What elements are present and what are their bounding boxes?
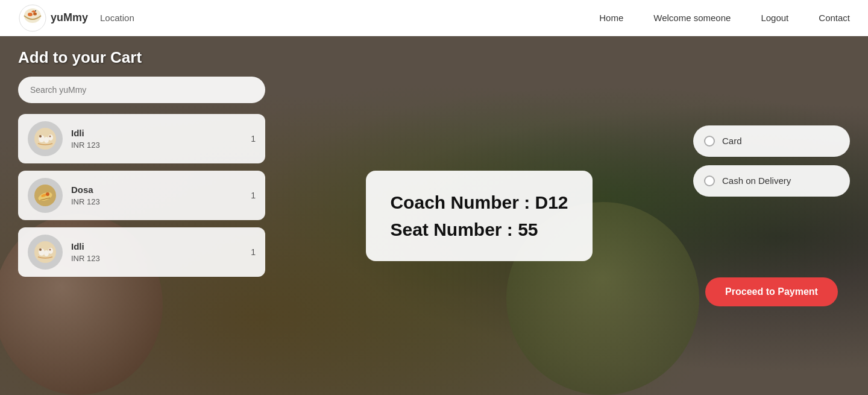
cart-title: Add to your Cart — [18, 48, 265, 67]
svg-point-20 — [49, 249, 51, 251]
cart-item: Idli INR 123 1 — [18, 114, 265, 163]
nav-contact[interactable]: Contact — [819, 13, 850, 23]
svg-point-19 — [39, 248, 42, 251]
item-qty: 1 — [251, 134, 256, 144]
center-panel: Coach Number : D12 Seat Number : 55 — [283, 36, 675, 395]
payment-label-cod: Cash on Delivery — [722, 175, 791, 186]
coach-number: Coach Number : D12 — [390, 189, 568, 216]
item-qty: 1 — [251, 247, 256, 257]
nav-location[interactable]: Location — [100, 13, 134, 23]
svg-point-3 — [33, 12, 37, 15]
radio-cod[interactable] — [704, 175, 715, 186]
left-panel: Add to your Cart Idli INR 123 1 — [0, 36, 283, 395]
svg-point-2 — [28, 13, 33, 16]
item-info: Idli INR 123 — [71, 128, 242, 150]
payment-option-card[interactable]: Card — [693, 125, 850, 157]
item-price: INR 123 — [71, 141, 242, 150]
item-image-idli-2 — [28, 235, 63, 270]
cart-item: Idli INR 123 1 — [18, 227, 265, 277]
item-name: Idli — [71, 128, 242, 138]
item-name: Dosa — [71, 185, 242, 195]
proceed-to-payment-button[interactable]: Proceed to Payment — [705, 277, 838, 306]
cart-item: Dosa INR 123 1 — [18, 171, 265, 220]
nav-logout[interactable]: Logout — [761, 13, 788, 23]
svg-point-8 — [48, 134, 53, 141]
main-content: Add to your Cart Idli INR 123 1 — [0, 36, 868, 395]
svg-point-10 — [49, 136, 51, 137]
item-name: Idli — [71, 241, 242, 251]
right-panel: Card Cash on Delivery Proceed to Payment — [675, 36, 868, 395]
nav-links: Home Welcome someone Logout Contact — [599, 13, 850, 23]
item-info: Idli INR 123 — [71, 241, 242, 263]
svg-point-9 — [39, 135, 42, 137]
item-image-dosa — [28, 178, 63, 213]
item-price: INR 123 — [71, 254, 242, 263]
item-image-idli-1 — [28, 121, 63, 156]
svg-point-18 — [48, 248, 53, 254]
coach-card: Coach Number : D12 Seat Number : 55 — [366, 171, 592, 261]
seat-number: Seat Number : 55 — [390, 216, 568, 243]
svg-point-4 — [35, 10, 36, 11]
logo-text: yuMmy — [51, 11, 88, 24]
payment-label-card: Card — [722, 136, 742, 146]
payment-option-cod[interactable]: Cash on Delivery — [693, 165, 850, 197]
svg-point-17 — [44, 250, 49, 256]
nav-welcome[interactable]: Welcome someone — [653, 13, 731, 23]
svg-point-14 — [46, 192, 49, 196]
logo-area: yuMmy — [18, 4, 88, 33]
svg-point-1 — [24, 8, 41, 23]
nav-home[interactable]: Home — [599, 13, 623, 23]
item-info: Dosa INR 123 — [71, 185, 242, 206]
search-input[interactable] — [18, 77, 265, 103]
svg-point-7 — [44, 137, 49, 143]
item-qty: 1 — [251, 191, 256, 200]
radio-card[interactable] — [704, 136, 715, 147]
logo-icon — [18, 4, 47, 33]
item-price: INR 123 — [71, 197, 242, 206]
navbar: yuMmy Location Home Welcome someone Logo… — [0, 0, 868, 36]
